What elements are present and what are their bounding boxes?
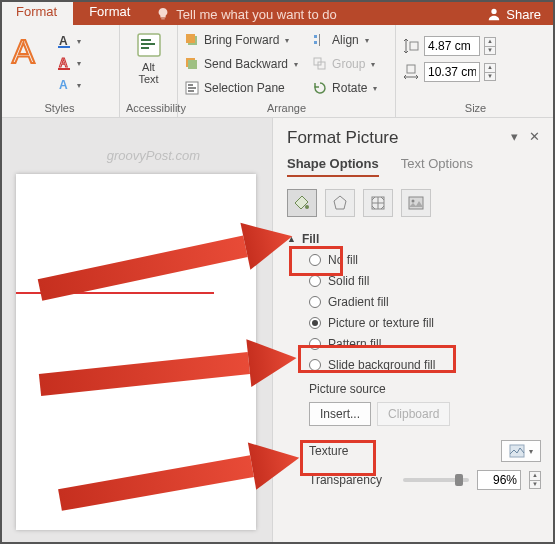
person-icon bbox=[487, 7, 501, 21]
svg-rect-5 bbox=[58, 68, 70, 70]
svg-text:A: A bbox=[59, 78, 68, 92]
svg-rect-16 bbox=[188, 84, 193, 86]
svg-text:A: A bbox=[59, 34, 68, 48]
transparency-slider[interactable] bbox=[403, 478, 469, 482]
group-label-size: Size bbox=[402, 101, 549, 116]
fill-section-header[interactable]: ▲ Fill bbox=[287, 227, 541, 251]
svg-point-0 bbox=[492, 9, 497, 14]
share-button[interactable]: Share bbox=[473, 0, 555, 25]
text-options-tab[interactable]: Text Options bbox=[401, 156, 473, 177]
collapse-triangle-icon: ▲ bbox=[287, 234, 296, 244]
height-icon bbox=[402, 37, 420, 55]
rotate-button[interactable]: Rotate▾ bbox=[312, 77, 377, 99]
align-button[interactable]: Align▾ bbox=[312, 29, 377, 51]
text-outline-dropdown[interactable]: A▾ bbox=[54, 53, 84, 73]
pane-options-dropdown[interactable]: ▾ bbox=[507, 131, 521, 145]
texture-label: Texture bbox=[309, 444, 501, 458]
height-spinner[interactable]: ▲▼ bbox=[484, 37, 496, 55]
svg-text:A: A bbox=[59, 56, 68, 70]
tell-me-search[interactable]: Tell me what you want to do bbox=[146, 0, 473, 25]
width-input[interactable] bbox=[424, 62, 480, 82]
alt-text-label: Alt Text bbox=[138, 61, 158, 85]
group-label-arrange: Arrange bbox=[184, 101, 389, 116]
pane-close-button[interactable]: ✕ bbox=[527, 131, 541, 145]
svg-rect-25 bbox=[407, 65, 415, 73]
picture-source-label: Picture source bbox=[287, 376, 541, 400]
bring-forward-button[interactable]: Bring Forward▾ bbox=[184, 29, 298, 51]
svg-rect-17 bbox=[188, 87, 196, 89]
svg-rect-20 bbox=[314, 41, 317, 44]
svg-point-26 bbox=[305, 205, 309, 209]
size-category-button[interactable] bbox=[363, 189, 393, 217]
width-spinner[interactable]: ▲▼ bbox=[484, 63, 496, 81]
fill-section-label: Fill bbox=[302, 232, 319, 246]
slide-thumbnail[interactable] bbox=[16, 174, 256, 530]
svg-rect-12 bbox=[186, 34, 195, 43]
svg-rect-29 bbox=[409, 197, 423, 209]
radio-pattern-fill[interactable]: Pattern fill bbox=[309, 337, 541, 351]
transparency-label: Transparency bbox=[309, 473, 395, 487]
svg-rect-14 bbox=[188, 60, 197, 69]
transparency-spinner[interactable]: ▲▼ bbox=[529, 471, 541, 489]
selection-pane-button[interactable]: Selection Pane bbox=[184, 77, 298, 99]
wordart-style-preview[interactable]: A bbox=[6, 29, 50, 73]
shape-options-tab[interactable]: Shape Options bbox=[287, 156, 379, 177]
svg-rect-21 bbox=[319, 34, 320, 46]
svg-rect-8 bbox=[141, 39, 151, 41]
svg-rect-19 bbox=[314, 35, 317, 38]
pane-title: Format Picture bbox=[287, 128, 501, 148]
svg-rect-10 bbox=[141, 47, 149, 49]
red-underline bbox=[16, 292, 214, 294]
height-input-row: ▲▼ bbox=[402, 35, 496, 57]
tell-me-placeholder: Tell me what you want to do bbox=[176, 7, 336, 22]
ribbon: A A▾ A▾ A▾ Styles Alt Text Acce bbox=[0, 25, 555, 118]
svg-rect-9 bbox=[141, 43, 155, 45]
clipboard-button: Clipboard bbox=[377, 402, 450, 426]
svg-marker-27 bbox=[334, 196, 346, 209]
svg-point-30 bbox=[412, 200, 415, 203]
svg-rect-24 bbox=[410, 42, 418, 50]
alt-text-button[interactable]: Alt Text bbox=[127, 29, 171, 85]
svg-rect-3 bbox=[58, 46, 70, 48]
effects-category-button[interactable] bbox=[325, 189, 355, 217]
text-effects-dropdown[interactable]: A▾ bbox=[54, 75, 84, 95]
tab-format[interactable]: Format bbox=[73, 0, 146, 25]
group-label-accessibility: Accessibility bbox=[126, 101, 171, 116]
width-icon bbox=[402, 63, 420, 81]
height-input[interactable] bbox=[424, 36, 480, 56]
group-button[interactable]: Group▾ bbox=[312, 53, 377, 75]
radio-gradient-fill[interactable]: Gradient fill bbox=[309, 295, 541, 309]
format-picture-pane: Format Picture ▾ ✕ Shape Options Text Op… bbox=[272, 118, 555, 544]
group-label-styles: Styles bbox=[6, 101, 113, 116]
insert-picture-button[interactable]: Insert... bbox=[309, 402, 371, 426]
slide-canvas-area: groovyPost.com bbox=[0, 118, 272, 544]
watermark-text: groovyPost.com bbox=[107, 148, 200, 163]
transparency-input[interactable] bbox=[477, 470, 521, 490]
radio-picture-fill[interactable]: Picture or texture fill bbox=[309, 316, 541, 330]
width-input-row: ▲▼ bbox=[402, 61, 496, 83]
tab-format-active[interactable]: Format bbox=[0, 0, 73, 25]
lightbulb-icon bbox=[156, 7, 170, 21]
radio-no-fill[interactable]: No fill bbox=[309, 253, 541, 267]
picture-category-button[interactable] bbox=[401, 189, 431, 217]
send-backward-button[interactable]: Send Backward▾ bbox=[184, 53, 298, 75]
text-fill-dropdown[interactable]: A▾ bbox=[54, 31, 84, 51]
fill-category-button[interactable] bbox=[287, 189, 317, 217]
texture-picker[interactable]: ▾ bbox=[501, 440, 541, 462]
radio-slide-bg-fill[interactable]: Slide background fill bbox=[309, 358, 541, 372]
radio-solid-fill[interactable]: Solid fill bbox=[309, 274, 541, 288]
share-label: Share bbox=[506, 7, 541, 22]
svg-text:A: A bbox=[12, 32, 35, 70]
svg-rect-18 bbox=[188, 90, 194, 92]
